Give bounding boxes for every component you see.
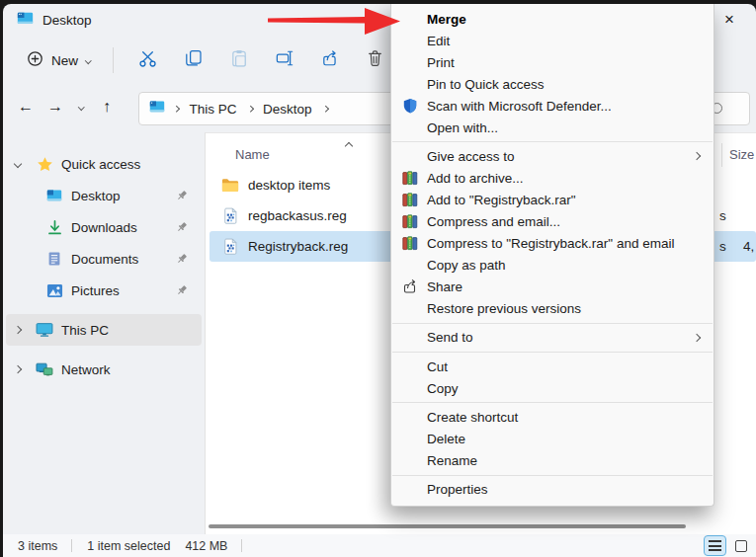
new-button-label: New — [51, 53, 78, 68]
sidebar-item-network[interactable]: Network — [6, 354, 202, 385]
menu-item-compress-and-email[interactable]: Compress and email... — [391, 210, 714, 232]
menu-item-label: Merge — [427, 12, 466, 27]
close-button[interactable]: × — [713, 6, 746, 34]
sidebar-item-label: Desktop — [71, 189, 121, 203]
copy-button[interactable] — [171, 41, 216, 79]
rename-icon — [276, 49, 294, 71]
sidebar-item-label: Downloads — [71, 220, 137, 235]
menu-item-label: Print — [427, 55, 455, 70]
desktop-icon — [149, 100, 165, 118]
sidebar-item-documents[interactable]: Documents — [6, 243, 202, 275]
menu-separator — [392, 402, 713, 403]
status-divider — [241, 539, 242, 552]
winrar-icon — [400, 190, 420, 209]
menu-item-copy[interactable]: Copy — [391, 377, 714, 399]
menu-item-label: Copy as path — [427, 258, 506, 273]
navigation-pane: Quick access Desktop Downloads Documents… — [3, 132, 205, 534]
menu-item-share[interactable]: Share — [391, 276, 714, 297]
new-button[interactable]: New — [19, 44, 99, 77]
details-view-button[interactable] — [704, 535, 726, 556]
winrar-icon — [400, 168, 420, 188]
breadcrumb-desktop[interactable]: Desktop — [261, 100, 314, 119]
paste-button[interactable] — [216, 41, 262, 79]
menu-item-label: Pin to Quick access — [427, 77, 545, 92]
pictures-icon — [45, 283, 63, 298]
rename-button[interactable] — [262, 41, 307, 79]
nav-buttons: ← → ↑ — [11, 92, 122, 121]
menu-item-edit[interactable]: Edit — [391, 30, 714, 51]
cut-button[interactable] — [126, 41, 171, 79]
menu-item-compress-to-rar-and-email[interactable]: Compress to "Registryback.rar" and email — [391, 232, 714, 254]
file-type-fragment: s — [719, 239, 726, 254]
menu-item-label: Edit — [427, 34, 450, 48]
pin-icon — [176, 221, 188, 236]
back-button[interactable]: ← — [11, 92, 41, 121]
menu-item-rename[interactable]: Rename — [391, 450, 714, 472]
menu-item-print[interactable]: Print — [391, 51, 714, 73]
menu-item-label: Give access to — [427, 149, 515, 164]
document-icon — [45, 251, 63, 267]
up-button[interactable]: ↑ — [92, 92, 122, 121]
desktop-icon — [17, 11, 34, 30]
menu-item-label: Properties — [427, 482, 488, 497]
menu-item-merge[interactable]: Merge — [391, 8, 714, 30]
forward-button[interactable]: → — [41, 92, 70, 121]
file-size-fragment: 4, — [743, 239, 754, 254]
menu-item-add-to-rar[interactable]: Add to "Registryback.rar" — [391, 189, 714, 210]
menu-item-label: Restore previous versions — [427, 301, 581, 316]
icons-view-icon — [735, 540, 747, 552]
winrar-icon — [400, 211, 420, 231]
menu-item-create-shortcut[interactable]: Create shortcut — [391, 407, 714, 429]
menu-item-cut[interactable]: Cut — [391, 356, 714, 377]
breadcrumb-this-pc[interactable]: This PC — [188, 100, 239, 119]
sidebar-item-label: Network — [61, 362, 111, 377]
forward-icon: → — [47, 98, 63, 116]
menu-item-delete[interactable]: Delete — [391, 429, 714, 450]
sidebar-item-desktop[interactable]: Desktop — [6, 180, 202, 211]
winrar-icon — [400, 233, 420, 253]
column-header-name[interactable]: Name — [235, 147, 270, 162]
items-count: 3 items — [18, 539, 57, 553]
column-divider — [721, 143, 722, 167]
menu-item-restore-previous-versions[interactable]: Restore previous versions — [391, 297, 714, 319]
menu-item-give-access-to[interactable]: Give access to — [391, 145, 714, 167]
copy-icon — [185, 49, 203, 71]
file-name: Registryback.reg — [248, 239, 348, 254]
chevron-right-icon — [322, 106, 328, 112]
download-icon — [45, 219, 63, 236]
chevron-right-icon — [14, 326, 22, 334]
sidebar-item-quick-access[interactable]: Quick access — [6, 148, 202, 180]
back-icon: ← — [18, 98, 34, 116]
sidebar-item-pictures[interactable]: Pictures — [6, 275, 202, 306]
scissors-icon — [138, 49, 157, 72]
star-icon — [36, 156, 53, 173]
menu-separator — [392, 475, 713, 476]
menu-item-label: Cut — [427, 359, 448, 374]
pin-icon — [176, 253, 188, 268]
menu-item-open-with[interactable]: Open with... — [391, 117, 714, 138]
icons-view-button[interactable] — [729, 535, 752, 556]
horizontal-scrollbar[interactable] — [209, 524, 686, 528]
status-divider — [71, 539, 72, 552]
recent-locations-button[interactable] — [70, 92, 92, 121]
menu-item-properties[interactable]: Properties — [391, 479, 714, 501]
submenu-chevron-icon — [693, 334, 701, 342]
column-header-size[interactable]: Size — [729, 147, 754, 162]
menu-item-scan-with-defender[interactable]: Scan with Microsoft Defender... — [391, 95, 714, 117]
menu-item-copy-as-path[interactable]: Copy as path — [391, 254, 714, 276]
pin-icon — [176, 284, 188, 299]
menu-item-pin-to-quick-access[interactable]: Pin to Quick access — [391, 73, 714, 95]
sort-ascending-icon — [345, 142, 353, 150]
menu-item-label: Create shortcut — [427, 410, 518, 425]
menu-separator — [392, 352, 713, 353]
annotation-arrow-icon — [268, 5, 402, 39]
menu-item-label: Open with... — [427, 120, 498, 135]
menu-item-send-to[interactable]: Send to — [391, 327, 714, 349]
sidebar-item-this-pc[interactable]: This PC — [6, 314, 202, 346]
file-name: desktop items — [248, 178, 330, 193]
computer-icon — [36, 322, 53, 338]
share-button[interactable] — [307, 41, 353, 79]
sidebar-item-downloads[interactable]: Downloads — [6, 211, 202, 243]
menu-item-label: Rename — [427, 453, 477, 468]
menu-item-add-to-archive[interactable]: Add to archive... — [391, 167, 714, 189]
